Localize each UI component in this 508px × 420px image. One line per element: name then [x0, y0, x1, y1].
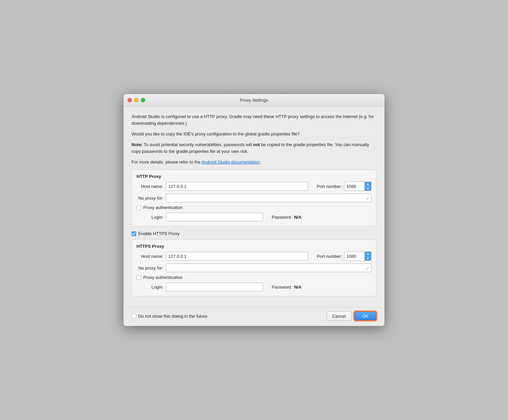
titlebar: Proxy Settings	[123, 94, 385, 107]
info-text-1: Android Studio is configured to use a HT…	[132, 113, 376, 127]
http-proxy-auth-checkbox-wrap: Proxy authentication	[137, 205, 183, 210]
http-password-value: N/A	[294, 215, 302, 220]
https-proxy-section: HTTPS Proxy Host name: Port number: ▲ ▼	[132, 239, 376, 296]
http-no-proxy-expand-icon[interactable]: ⤢	[365, 196, 370, 201]
https-proxy-auth-row: Proxy authentication	[137, 275, 371, 280]
https-hostname-label: Host name:	[137, 254, 163, 259]
traffic-lights	[128, 98, 145, 102]
https-login-label: Login:	[143, 285, 163, 290]
https-proxy-auth-checkbox-wrap: Proxy authentication	[137, 275, 183, 280]
https-port-up-button[interactable]: ▲	[365, 252, 371, 256]
http-hostname-row: Host name: Port number: ▲ ▼	[137, 182, 371, 191]
details-text: For more details, please refer to the An…	[132, 159, 376, 166]
https-password-label: Password:	[272, 285, 292, 290]
https-login-row: Login: Password: N/A	[137, 283, 371, 291]
http-proxy-auth-label: Proxy authentication	[143, 205, 183, 210]
do-not-show-label: Do not show this dialog in the future	[138, 314, 207, 319]
window-title: Proxy Settings	[240, 98, 268, 103]
do-not-show-checkbox[interactable]	[132, 314, 136, 318]
https-proxy-auth-label: Proxy authentication	[143, 275, 183, 280]
https-no-proxy-input[interactable]	[166, 264, 371, 272]
https-password-value: N/A	[294, 285, 302, 290]
https-no-proxy-input-wrap: ⤢	[166, 264, 371, 272]
note-bold-prefix: Note:	[132, 142, 143, 147]
http-password-group: Password: N/A	[272, 215, 302, 220]
https-no-proxy-label: No proxy for:	[137, 266, 163, 271]
android-studio-link[interactable]: Android Studio documentation	[201, 160, 260, 165]
https-port-down-button[interactable]: ▼	[365, 256, 371, 261]
http-hostname-label: Host name:	[137, 184, 163, 189]
enable-https-row: Enable HTTPS Proxy	[132, 231, 376, 236]
ok-button[interactable]: OK	[354, 311, 376, 321]
do-not-show-section: Do not show this dialog in the future	[132, 314, 207, 319]
http-no-proxy-label: No proxy for:	[137, 196, 163, 201]
http-no-proxy-input-wrap: ⤢	[166, 194, 371, 202]
https-no-proxy-row: No proxy for: ⤢	[137, 264, 371, 272]
maximize-button[interactable]	[141, 98, 145, 102]
note-text: Note: To avoid potential security vulner…	[132, 141, 376, 155]
http-port-up-button[interactable]: ▲	[365, 182, 371, 187]
http-port-down-button[interactable]: ▼	[365, 187, 371, 191]
https-proxy-auth-checkbox[interactable]	[137, 275, 141, 280]
https-login-input[interactable]	[166, 283, 263, 291]
http-port-spinner: ▲ ▼	[364, 182, 371, 191]
http-proxy-section: HTTP Proxy Host name: Port number: ▲ ▼	[132, 170, 376, 226]
https-hostname-row: Host name: Port number: ▲ ▼	[137, 251, 371, 261]
http-port-group: Port number: ▲ ▼	[317, 182, 371, 191]
https-port-label: Port number:	[317, 254, 342, 259]
http-login-row: Login: Password: N/A	[137, 213, 371, 221]
footer-buttons: Cancel OK	[327, 311, 376, 321]
http-proxy-auth-checkbox[interactable]	[137, 205, 141, 210]
https-port-group: Port number: ▲ ▼	[317, 251, 371, 261]
http-password-label: Password:	[272, 215, 292, 220]
info-text-2: Would you like to copy the IDE's proxy c…	[132, 131, 376, 137]
enable-https-label: Enable HTTPS Proxy	[138, 231, 180, 236]
https-no-proxy-expand-icon[interactable]: ⤢	[365, 266, 370, 271]
http-port-input-wrap: ▲ ▼	[344, 182, 371, 191]
minimize-button[interactable]	[134, 98, 139, 102]
enable-https-checkbox[interactable]	[132, 231, 136, 236]
details-suffix: .	[260, 160, 261, 165]
http-proxy-auth-row: Proxy authentication	[137, 205, 371, 210]
https-hostname-input[interactable]	[166, 252, 308, 260]
note-bold-word: not	[253, 142, 260, 147]
https-port-input-wrap: ▲ ▼	[344, 251, 371, 261]
http-no-proxy-input[interactable]	[166, 194, 371, 202]
https-port-spinner: ▲ ▼	[364, 252, 371, 260]
http-hostname-input[interactable]	[166, 182, 308, 191]
cancel-button[interactable]: Cancel	[327, 311, 351, 321]
http-port-input[interactable]	[344, 182, 364, 191]
details-prefix: For more details, please refer to the	[132, 160, 201, 165]
https-password-group: Password: N/A	[272, 285, 302, 290]
close-button[interactable]	[128, 98, 132, 102]
http-port-label: Port number:	[317, 184, 342, 189]
http-login-label: Login:	[143, 215, 163, 220]
proxy-settings-dialog: Proxy Settings Android Studio is configu…	[123, 94, 385, 326]
http-no-proxy-row: No proxy for: ⤢	[137, 194, 371, 202]
note-body: To avoid potential security vulnerabilit…	[143, 142, 253, 147]
https-port-input[interactable]	[344, 252, 364, 260]
http-login-input[interactable]	[166, 213, 263, 221]
https-proxy-label: HTTPS Proxy	[137, 244, 371, 249]
http-proxy-label: HTTP Proxy	[137, 174, 371, 179]
dialog-content: Android Studio is configured to use a HT…	[123, 107, 385, 307]
dialog-footer: Do not show this dialog in the future Ca…	[123, 307, 385, 326]
